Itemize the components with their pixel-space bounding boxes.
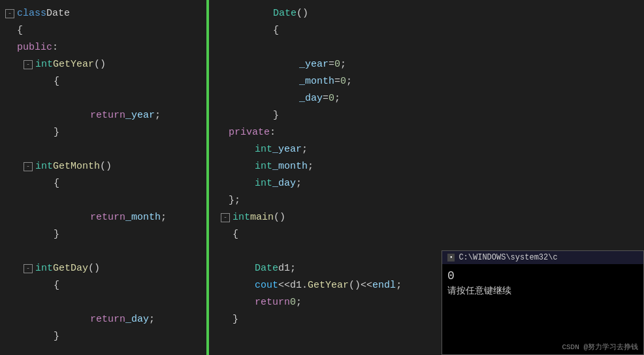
editor-container: - class Date { public: - int GetYear() — [0, 0, 644, 355]
code-line: _year = 0; — [221, 56, 644, 73]
collapse-icon[interactable]: - — [24, 162, 33, 171]
keyword-class: class — [17, 6, 46, 21]
green-border — [208, 0, 209, 355]
code-line — [221, 39, 644, 56]
code-line: { — [221, 22, 644, 39]
code-line: } — [5, 328, 206, 345]
keyword-int: int — [35, 57, 53, 72]
code-line: } — [5, 226, 206, 243]
right-panel: Date() { _year = 0; _month = 0; _day = 0… — [208, 0, 644, 355]
terminal-icon: ▪ — [447, 254, 455, 262]
code-line — [5, 90, 206, 107]
code-line: int _year; — [221, 141, 644, 158]
collapse-icon[interactable]: - — [24, 264, 33, 273]
code-line: Date() — [221, 5, 644, 22]
code-line: private: — [221, 124, 644, 141]
code-line: return _year; — [5, 107, 206, 124]
code-line — [5, 192, 206, 209]
code-line: - int GetYear() — [5, 56, 206, 73]
collapse-icon[interactable]: - — [221, 213, 230, 222]
terminal-titlebar: ▪ C:\WINDOWS\system32\c — [442, 251, 643, 264]
left-panel: - class Date { public: - int GetYear() — [0, 0, 208, 355]
code-line: _day = 0; — [221, 90, 644, 107]
code-line: public: — [5, 39, 206, 56]
keyword-public: public — [17, 40, 52, 55]
left-code-area: - class Date { public: - int GetYear() — [5, 5, 206, 345]
terminal-output-zero: 0 — [447, 269, 638, 282]
class-name: Date — [46, 6, 70, 21]
brace-open: { — [17, 23, 23, 38]
code-line: { — [5, 277, 206, 294]
collapse-icon[interactable]: - — [24, 60, 33, 69]
code-line: { — [5, 22, 206, 39]
code-line: _month = 0; — [221, 73, 644, 90]
terminal-footer: CSDN @努力学习去挣钱 — [562, 342, 638, 352]
code-line: - class Date — [5, 5, 206, 22]
code-line: return _day; — [5, 311, 206, 328]
code-line: - int GetMonth() — [5, 158, 206, 175]
code-line: - int GetDay() — [5, 260, 206, 277]
code-line: { — [5, 175, 206, 192]
code-line: - int main() — [221, 209, 644, 226]
code-line: return _month; — [5, 209, 206, 226]
code-line — [5, 294, 206, 311]
collapse-icon[interactable]: - — [5, 9, 14, 18]
code-line: } — [5, 124, 206, 141]
code-line — [5, 243, 206, 260]
code-line: { — [5, 73, 206, 90]
code-line — [5, 141, 206, 158]
code-line: }; — [221, 192, 644, 209]
terminal-title: C:\WINDOWS\system32\c — [459, 253, 557, 262]
code-line: { — [221, 226, 644, 243]
code-line: } — [221, 107, 644, 124]
terminal-continue-msg: 请按任意键继续 — [447, 285, 638, 297]
terminal-overlay: ▪ C:\WINDOWS\system32\c 0 请按任意键继续 CSDN @… — [442, 250, 644, 355]
code-line: int _day; — [221, 175, 644, 192]
fn-getyear: GetYear — [53, 57, 94, 72]
terminal-body: 0 请按任意键继续 — [442, 264, 643, 302]
code-line: int _month; — [221, 158, 644, 175]
